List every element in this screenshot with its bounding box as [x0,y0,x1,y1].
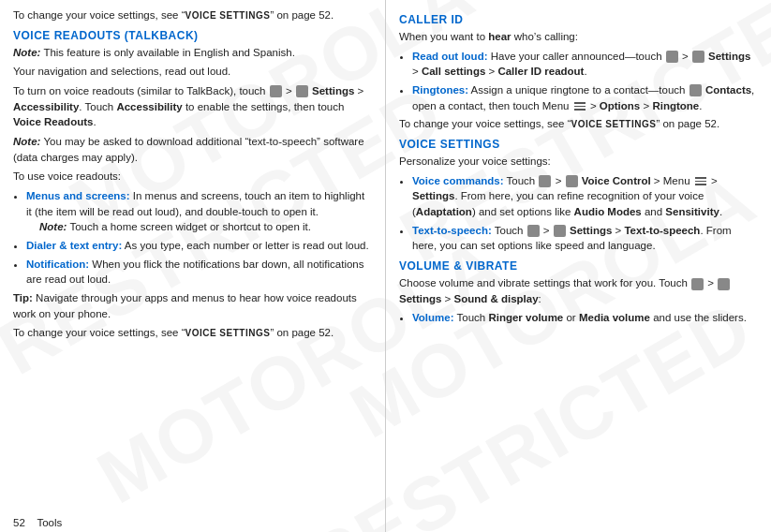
voice-settings-ref-bottom: VOICE SETTINGS [185,328,270,338]
caller-id-list: Read out loud: Have your caller announce… [412,49,758,114]
home-icon-right [666,51,678,63]
list-item-dialer: Dialer & text entry: As you type, each n… [26,238,372,254]
list-item-read-out-loud: Read out loud: Have your caller announce… [412,49,758,80]
note1: Note: This feature is only available in … [13,45,372,61]
left-outro: To change your voice settings, see “VOIC… [13,325,372,341]
list-item-menus: Menus and screens: In menus and screens,… [26,188,372,235]
home-icon-tts [527,225,540,237]
settings-icon-tts [554,225,566,237]
read-out-loud-term: Read out loud: [412,51,488,62]
note2: Note: You may be asked to download addit… [13,134,372,165]
ringtones-term: Ringtones: [412,84,468,96]
footer-label: Tools [37,517,62,528]
contacts-icon [689,84,702,96]
voice-settings-ref-top: VOICE SETTINGS [185,10,270,21]
note2-label: Note: [13,136,40,147]
menus-screens-term: Menus and screens: [26,190,130,201]
para-nav-selections: Your navigation and selections, read out… [13,64,372,80]
voice-settings-header: VOICE SETTINGS [399,138,758,151]
page-footer: 52 Tools [0,517,75,528]
dialer-term: Dialer & text entry: [26,240,122,251]
list-item-tts: Text-to-speech: Touch > Settings > Text-… [412,223,758,254]
note1-label: Note: [13,47,40,58]
voice-readouts-list: Menus and screens: In menus and screens,… [26,188,372,288]
voice-icon [566,175,578,187]
list-item-voice-commands: Voice commands: Touch > Voice Control > … [412,173,758,220]
voice-readouts-header: VOICE READOUTS (TALKBACK) [13,29,372,42]
list-item-ringtones: Ringtones: Assign a unique ringtone to a… [412,82,758,113]
right-column: CALLER ID When you want to hear who’s ca… [386,0,771,532]
menu-icon [573,100,586,113]
volume-list: Volume: Touch Ringer volume or Media vol… [412,310,758,326]
caller-id-outro: To change your voice settings, see “VOIC… [399,116,758,132]
menu-icon-vc [694,175,707,188]
sub-note-widget: Note: Touch a home screen widget or shor… [39,219,372,235]
settings-icon-right [692,51,704,63]
caller-id-header: CALLER ID [399,13,758,26]
volume-term: Volume: [412,312,454,323]
para-use-voice: To use voice readouts: [13,169,372,185]
page-number: 52 [13,517,25,528]
left-intro: To change your voice settings, see “VOIC… [13,7,372,23]
page-content: To change your voice settings, see “VOIC… [0,0,771,532]
voice-settings-list: Voice commands: Touch > Voice Control > … [412,173,758,254]
para-turn-on: To turn on voice readouts (similar to Ta… [13,83,372,130]
left-column: To change your voice settings, see “VOIC… [0,0,386,532]
notification-term: Notification: [26,259,89,270]
list-item-notification: Notification: When you flick the notific… [26,257,372,288]
settings-icon-vol [718,278,730,290]
tip-label: Tip: [13,292,33,303]
volume-vibrate-header: VOLUME & VIBRATE [399,259,758,273]
voice-settings-intro: Personalize your voice settings: [399,154,758,170]
voice-settings-ref-caller: VOICE SETTINGS [571,119,656,129]
home-icon-vc [539,175,551,187]
home-icon [270,85,282,97]
volume-intro: Choose volume and vibrate settings that … [399,275,758,306]
voice-commands-term: Voice commands: [412,175,504,186]
caller-id-intro: When you want to hear who’s calling: [399,29,758,45]
tts-term: Text-to-speech: [412,225,492,236]
home-icon-vol [691,278,704,290]
settings-icon-left [296,85,308,97]
list-item-volume: Volume: Touch Ringer volume or Media vol… [412,310,758,326]
sub-note-label: Note: [39,221,67,232]
tip: Tip: Navigate through your apps and menu… [13,290,372,321]
